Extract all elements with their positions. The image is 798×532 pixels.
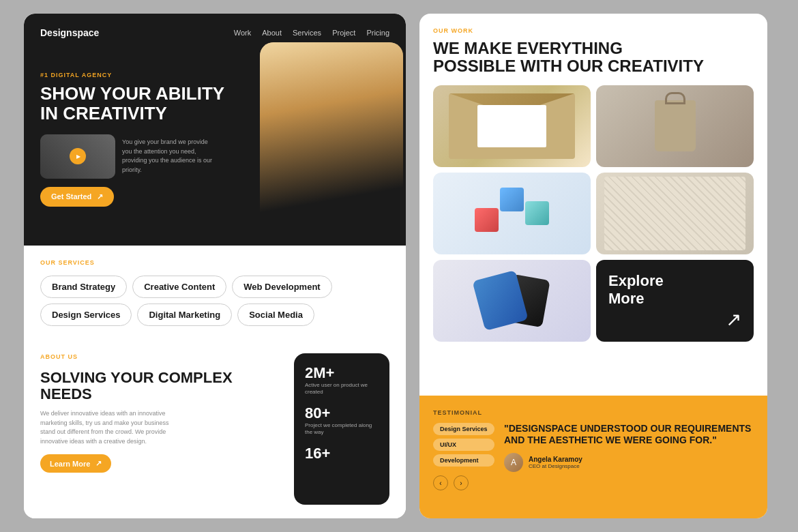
video-thumbnail[interactable] — [40, 134, 115, 179]
get-started-button[interactable]: Get Started ↗ — [40, 187, 114, 207]
work-label: OUR WORK — [433, 27, 754, 34]
work-item-pouch — [433, 260, 591, 342]
service-design-services[interactable]: Design Services — [40, 304, 132, 326]
cubes-visual — [475, 194, 549, 232]
stats-card: 2M+ Active user on product we created 80… — [294, 353, 389, 505]
tag-design-services: Design Services — [433, 423, 494, 435]
nav-services[interactable]: Services — [293, 29, 321, 37]
prev-arrow[interactable]: ‹ — [433, 475, 448, 490]
work-item-explore[interactable]: ExploreMore ↗ — [596, 260, 754, 342]
service-digital-marketing[interactable]: Digital Marketing — [137, 304, 232, 326]
learn-more-button[interactable]: Learn More ↗ — [40, 454, 111, 473]
nav-links: Work About Services Project Pricing — [234, 29, 389, 37]
texture-visual — [604, 177, 746, 250]
author-title: CEO at Designspace — [529, 463, 582, 469]
about-title: SOLVING YOUR COMPLEX NEEDS — [40, 370, 283, 402]
tag-uiux: UI/UX — [433, 439, 494, 451]
testimonial-content: Design Services UI/UX Development ‹ › "D… — [433, 423, 754, 490]
envelope-body — [449, 93, 575, 159]
about-description: We deliver innovative ideas with an inno… — [40, 409, 177, 446]
nav-pricing[interactable]: Pricing — [366, 29, 389, 37]
hero-description: You give your brand we provide you the a… — [122, 138, 218, 175]
arrow-icon: ↗ — [95, 459, 102, 468]
hero-badge: #1 Digital Agency — [40, 72, 233, 78]
work-item-cubes — [433, 173, 591, 254]
author-avatar: A — [504, 453, 523, 472]
next-arrow[interactable]: › — [454, 475, 469, 490]
services-grid: Brand Strategy Creative Content Web Deve… — [40, 276, 389, 326]
testimonial-author: A Angela Karamoy CEO at Designspace — [504, 453, 754, 472]
hero-section: Designspace Work About Services Project … — [24, 14, 406, 246]
testimonial-tags: Design Services UI/UX Development ‹ › — [433, 423, 494, 490]
explore-arrow-icon: ↗ — [726, 308, 741, 331]
work-title: WE MAKE EVERYTHINGPOSSIBLE WITH OUR CREA… — [433, 40, 754, 76]
stat-projects: 80+ Project we completed along the way — [305, 404, 379, 437]
cube-red — [475, 208, 499, 232]
our-work-section: OUR WORK WE MAKE EVERYTHINGPOSSIBLE WITH… — [419, 14, 767, 396]
hero-left: #1 Digital Agency SHOW YOUR ABILITY IN C… — [40, 49, 233, 229]
services-section: OUR SERVICES Brand Strategy Creative Con… — [24, 246, 406, 340]
envelope-visual — [449, 93, 575, 159]
testimonial-label: TESTIMONIAL — [433, 409, 754, 416]
nav-work[interactable]: Work — [234, 29, 251, 37]
hero-content: #1 Digital Agency SHOW YOUR ABILITY IN C… — [40, 49, 389, 229]
quote-text: "DESIGNSPACE UNDERSTOOD OUR REQUIREMENTS… — [504, 423, 754, 446]
bag-handle — [665, 92, 685, 104]
work-grid: ExploreMore ↗ — [433, 85, 754, 385]
service-brand-strategy[interactable]: Brand Strategy — [40, 276, 127, 298]
play-button[interactable] — [70, 148, 86, 164]
author-name: Angela Karamoy — [529, 456, 582, 463]
testimonial-nav: ‹ › — [433, 475, 494, 490]
right-panel: OUR WORK WE MAKE EVERYTHINGPOSSIBLE WITH… — [419, 14, 767, 518]
work-item-texture — [596, 173, 754, 254]
tag-development: Development — [433, 454, 494, 467]
envelope-card — [477, 105, 547, 147]
testimonial-quote: "DESIGNSPACE UNDERSTOOD OUR REQUIREMENTS… — [504, 423, 754, 472]
work-item-envelope — [433, 85, 591, 167]
about-left: ABOUT US SOLVING YOUR COMPLEX NEEDS We d… — [40, 353, 283, 505]
hero-title: SHOW YOUR ABILITY IN CREATIVITY — [40, 84, 233, 123]
service-creative-content[interactable]: Creative Content — [132, 276, 226, 298]
stat-years: 16+ — [305, 445, 379, 462]
arrow-icon: ↗ — [97, 192, 103, 201]
cube-teal — [525, 201, 549, 225]
about-section: ABOUT US SOLVING YOUR COMPLEX NEEDS We d… — [24, 340, 406, 518]
nav-about[interactable]: About — [262, 29, 282, 37]
service-web-development[interactable]: Web Development — [232, 276, 331, 298]
testimonial-section: TESTIMONIAL Design Services UI/UX Develo… — [419, 396, 767, 518]
about-label: ABOUT US — [40, 353, 283, 360]
author-info: Angela Karamoy CEO at Designspace — [529, 456, 582, 469]
services-label: OUR SERVICES — [40, 259, 389, 266]
hero-video-thumb: You give your brand we provide you the a… — [40, 134, 233, 179]
service-social-media[interactable]: Social Media — [237, 304, 314, 326]
left-panel: Designspace Work About Services Project … — [24, 14, 406, 518]
logo: Designspace — [40, 27, 99, 38]
work-item-bag — [596, 85, 754, 167]
bag-visual — [655, 100, 696, 151]
stat-users: 2M+ Active user on product we created — [305, 364, 379, 396]
nav-project[interactable]: Project — [332, 29, 355, 37]
navbar: Designspace Work About Services Project … — [40, 27, 389, 38]
cube-blue — [500, 188, 524, 211]
person-image — [260, 42, 403, 246]
explore-text: ExploreMore — [608, 272, 664, 308]
hero-image — [260, 42, 403, 246]
